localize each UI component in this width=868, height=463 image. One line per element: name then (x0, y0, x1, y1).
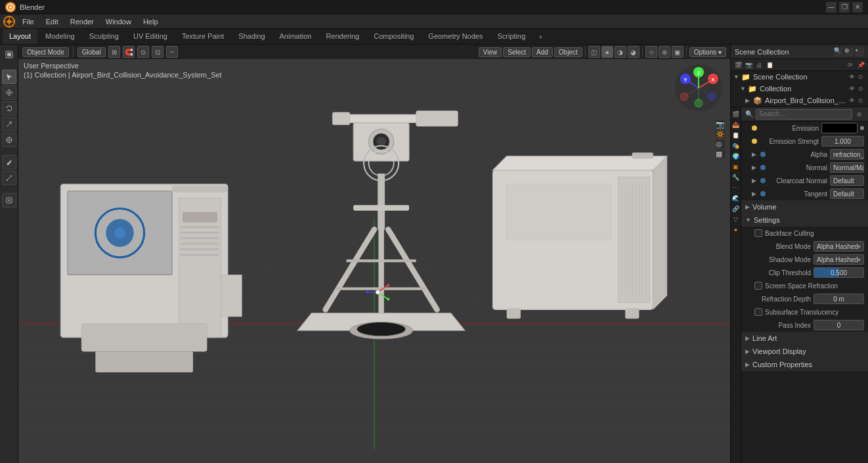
menu-window[interactable]: Window (100, 16, 137, 27)
blend-mode-select[interactable]: Alpha Hashed (814, 241, 864, 252)
backface-culling-checkbox[interactable] (754, 229, 762, 237)
viewport-extra2[interactable]: ~ (166, 46, 178, 58)
restrict-icon2[interactable]: ⊙ (856, 84, 865, 93)
viewport-extra-icon[interactable]: ▦ (716, 150, 725, 158)
xray-toggle[interactable]: ▣ (672, 46, 684, 58)
menu-help[interactable]: Help (138, 16, 163, 27)
tangent-expand[interactable]: ▶ (752, 190, 756, 197)
restrict-icon3[interactable]: ⊙ (856, 96, 865, 105)
snap-icon[interactable]: 🧲 (123, 46, 135, 58)
clearcoat-dot[interactable] (760, 178, 766, 183)
panel-sync-icon[interactable]: ⟳ (846, 60, 855, 70)
close-button[interactable]: ✕ (852, 2, 863, 12)
tab-shading[interactable]: Shading (232, 29, 271, 44)
alpha-value[interactable]: refraction__invert.pn (830, 149, 864, 160)
emission-value[interactable] (821, 123, 857, 133)
scene-add-icon[interactable]: + (855, 47, 864, 56)
select-menu[interactable]: Select (503, 47, 531, 57)
viewport-shading-wire[interactable]: ◫ (588, 46, 600, 58)
viewlayer-props-icon[interactable]: 📋 (731, 131, 741, 140)
ssr-checkbox[interactable] (754, 282, 762, 290)
emission-right-dot[interactable] (860, 126, 864, 130)
viewport-render-icon[interactable]: 🔆 (716, 130, 725, 139)
tab-layout[interactable]: Layout (3, 29, 37, 44)
scene-search-icon[interactable]: 🔍 (834, 47, 843, 56)
add-object-tool[interactable] (2, 193, 16, 208)
menu-edit[interactable]: Edit (41, 16, 64, 27)
viewport-shading-render[interactable]: ◕ (628, 46, 640, 58)
normal-value[interactable]: Normal/Map (830, 162, 864, 173)
particle-props-icon[interactable]: ⋯ (731, 183, 741, 192)
emission-dot[interactable] (752, 125, 757, 131)
tangent-dot[interactable] (760, 191, 766, 196)
alpha-expand[interactable]: ▶ (752, 151, 756, 158)
emission-strength-dot[interactable] (752, 139, 757, 144)
transform-icon[interactable]: ⊞ (108, 46, 120, 58)
annotate-tool[interactable] (2, 155, 16, 169)
tab-uv-editing[interactable]: UV Editing (127, 29, 174, 44)
proportional-icon[interactable]: ⊙ (137, 46, 149, 58)
tab-animation[interactable]: Animation (273, 29, 318, 44)
tab-compositing[interactable]: Compositing (367, 29, 420, 44)
rotate-tool[interactable] (2, 101, 16, 116)
normal-expand[interactable]: ▶ (752, 164, 756, 171)
tab-geometry-nodes[interactable]: Geometry Nodes (422, 29, 489, 44)
render-props-icon[interactable]: 🎬 (731, 110, 741, 119)
visibility-icon2[interactable]: 👁 (847, 84, 856, 93)
tab-scripting[interactable]: Scripting (490, 29, 532, 44)
emission-strength-value[interactable]: 1.000 (821, 136, 864, 146)
tangent-value[interactable]: Default (830, 188, 864, 199)
viewport-display-section-header[interactable]: ▶ Viewport Display (741, 345, 868, 358)
render-panel-icon[interactable]: 📷 (744, 60, 753, 70)
object-props-icon[interactable]: ▣ (731, 162, 741, 171)
world-props-icon[interactable]: 🌍 (731, 152, 741, 161)
refraction-depth-value[interactable]: 0 m (814, 294, 864, 304)
viewport-world-icon[interactable]: ◎ (716, 140, 725, 148)
tab-modeling[interactable]: Modeling (39, 29, 81, 44)
props-search-input[interactable] (756, 109, 852, 120)
gizmo-toggle[interactable]: ⊹ (645, 46, 657, 58)
panel-pin-icon[interactable]: 📌 (856, 60, 865, 70)
viewport[interactable]: Object Mode Global ⊞ 🧲 ⊙ ⊡ ~ View Select… (18, 45, 730, 463)
options-button[interactable]: Options ▾ (689, 47, 726, 57)
shadow-mode-select[interactable]: Alpha Hashed (814, 254, 864, 265)
alpha-dot[interactable] (760, 152, 766, 157)
viewport-extra1[interactable]: ⊡ (152, 46, 163, 58)
output-props-icon[interactable]: 📤 (731, 120, 741, 129)
menu-render[interactable]: Render (65, 16, 99, 27)
constraint-props-icon[interactable]: 🔗 (731, 204, 741, 213)
minimize-button[interactable]: — (826, 2, 836, 12)
line-art-section-header[interactable]: ▶ Line Art (741, 332, 868, 345)
camera-view-icon[interactable]: 📷 (716, 120, 725, 129)
scene-filter-icon[interactable]: ⊛ (844, 47, 854, 56)
view-layer-panel-icon[interactable]: 📋 (765, 60, 774, 70)
cursor-tool[interactable] (2, 70, 16, 84)
custom-properties-section-header[interactable]: ▶ Custom Properties (741, 358, 868, 371)
sst-checkbox[interactable] (754, 308, 762, 316)
viewport-shading-mat[interactable]: ◑ (615, 46, 626, 58)
menu-file[interactable]: File (17, 16, 39, 27)
measure-tool[interactable] (2, 171, 16, 185)
viewport-shading-solid[interactable]: ● (601, 46, 613, 58)
scene-props-icon[interactable]: 🎭 (731, 141, 741, 150)
clip-threshold-value[interactable]: 0.500 (814, 267, 864, 278)
material-props-icon[interactable]: ● (731, 225, 741, 234)
add-workspace-button[interactable]: + (533, 29, 548, 44)
maximize-button[interactable]: ❐ (839, 2, 850, 12)
modifier-props-icon[interactable]: 🔧 (731, 173, 741, 182)
restrict-icon[interactable]: ⊙ (856, 72, 865, 81)
props-filter-icon[interactable]: ⊛ (855, 110, 864, 119)
tree-collection[interactable]: ▼ 📁 Collection 👁 ⊙ (731, 83, 868, 95)
add-menu[interactable]: Add (532, 47, 553, 57)
tree-airport-collection[interactable]: ▶ 📦 Airport_Bird_Collision_Av... 👁 ⊙ (731, 95, 868, 106)
clearcoat-value[interactable]: Default (830, 175, 864, 186)
view-menu[interactable]: View (479, 47, 502, 57)
clearcoat-expand[interactable]: ▶ (752, 177, 756, 184)
visibility-icon3[interactable]: 👁 (847, 96, 856, 105)
settings-section-header[interactable]: ▼ Settings (741, 213, 868, 227)
physics-props-icon[interactable]: 🌊 (731, 194, 741, 203)
navigation-gizmo[interactable]: X Y Z (672, 62, 725, 114)
move-tool[interactable] (2, 85, 16, 100)
tree-scene-collection[interactable]: ▼ 📁 Scene Collection 👁 ⊙ (731, 71, 868, 83)
scale-tool[interactable] (2, 117, 16, 131)
